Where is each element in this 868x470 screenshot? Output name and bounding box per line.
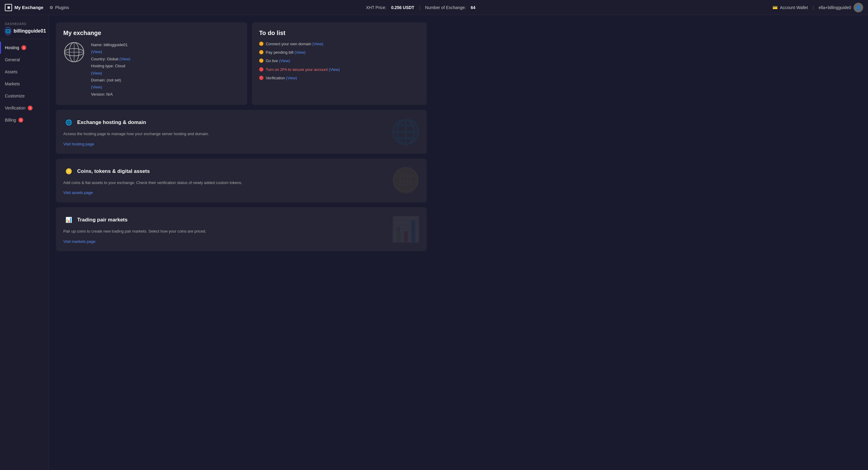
sidebar-username: 🌐 billingguide01 — [5, 27, 44, 35]
billing-label: Billing — [5, 118, 16, 122]
exchange-info: Name: billingguide01 (View) Country: Glo… — [63, 41, 240, 98]
main-content: My exchange Name: — [49, 15, 434, 470]
feature-hosting-header: 🌐 Exchange hosting & domain — [63, 117, 420, 128]
visit-markets-page-link[interactable]: Visit markets page — [63, 239, 96, 244]
todo-item-verification: Verification (View) — [259, 76, 420, 81]
exchange-count-label: Number of Exchange: — [425, 5, 434, 10]
todo-item-domain: Connect your own domain (View) — [259, 41, 420, 47]
sidebar-header: DASHBOARD 🌐 billingguide01 — [0, 18, 49, 39]
todo-view-2fa[interactable]: (View) — [329, 67, 340, 72]
sidebar-globe-icon: 🌐 — [5, 27, 11, 35]
feature-hosting-desc: Access the hosting page to manage how yo… — [63, 131, 420, 137]
markets-label: Markets — [5, 82, 20, 86]
hosting-view-link[interactable]: (View) — [91, 71, 102, 76]
hosting-label-detail: Hosting type: — [91, 64, 114, 68]
feature-assets-icon: 🪙 — [63, 166, 74, 177]
plugins-button[interactable]: ⚙ Plugins — [50, 5, 69, 10]
todo-dot-orange-3 — [259, 59, 264, 63]
name-value: billingguide01 — [104, 42, 128, 47]
hosting-label: Hosting — [5, 45, 19, 50]
feature-card-markets: 📊 📊 Trading pair markets Pair up coins t… — [56, 207, 427, 251]
todo-view-verification[interactable]: (View) — [286, 76, 297, 80]
domain-view-link[interactable]: (View) — [91, 85, 102, 89]
app-logo[interactable]: ▣ My Exchange — [5, 4, 43, 11]
domain-value: (not set) — [107, 78, 121, 82]
exchange-hosting-view-row: (View) — [91, 70, 130, 77]
hosting-badge: 1 — [22, 45, 26, 50]
feature-assets-desc: Add coins & fiat assets to your exchange… — [63, 180, 420, 186]
app-name: My Exchange — [14, 5, 43, 10]
xht-price-value: 0.256 USDT — [391, 5, 414, 10]
topnav-divider-1: | — [419, 5, 421, 10]
sidebar-item-billing[interactable]: Billing 1 — [0, 114, 49, 126]
version-label: Version: — [91, 92, 105, 96]
verification-badge: 1 — [28, 106, 33, 110]
feature-assets-title: Coins, tokens & digital assets — [77, 168, 150, 174]
exchange-hosting-row: Hosting type: Cloud — [91, 62, 130, 69]
country-view-link[interactable]: (View) — [119, 57, 130, 61]
feature-markets-title: Trading pair markets — [77, 217, 127, 223]
xht-price-label: XHT Price: — [366, 5, 386, 10]
feature-assets-header: 🪙 Coins, tokens & digital assets — [63, 166, 420, 177]
feature-markets-icon: 📊 — [63, 214, 74, 225]
sidebar-item-customize[interactable]: Customize — [0, 90, 49, 102]
feature-markets-desc: Pair up coins to create new trading pair… — [63, 228, 420, 234]
sidebar-item-markets[interactable]: Markets — [0, 78, 49, 90]
plugins-label: Plugins — [55, 5, 69, 10]
todo-dot-orange-1 — [259, 41, 264, 46]
todo-dot-red-1 — [259, 67, 264, 71]
plugins-icon: ⚙ — [50, 5, 53, 10]
feature-markets-header: 📊 Trading pair markets — [63, 214, 420, 225]
todo-text-domain: Connect your own domain (View) — [266, 41, 323, 47]
sidebar-item-hosting[interactable]: Hosting 1 — [0, 41, 49, 54]
todo-text-2fa: Turn on 2FA to secure your account (View… — [266, 67, 340, 72]
hosting-value: Cloud — [115, 64, 125, 68]
exchange-details: Name: billingguide01 (View) Country: Glo… — [91, 41, 130, 98]
exchange-version-row: Version: N/A — [91, 91, 130, 98]
todo-dot-orange-2 — [259, 50, 264, 54]
name-label: Name: — [91, 42, 102, 47]
top-navigation: ▣ My Exchange ⚙ Plugins XHT Price: 0.256… — [0, 0, 434, 15]
todo-card: To do list Connect your own domain (View… — [252, 22, 427, 105]
sidebar-item-verification[interactable]: Verification 1 — [0, 102, 49, 114]
sidebar: DASHBOARD 🌐 billingguide01 Hosting 1 Gen… — [0, 15, 49, 470]
assets-label: Assets — [5, 69, 18, 74]
visit-assets-page-link[interactable]: Visit assets page — [63, 190, 93, 195]
todo-text-verification: Verification (View) — [266, 76, 297, 81]
todo-text-live: Go live (View) — [266, 58, 290, 64]
verification-label: Verification — [5, 106, 25, 110]
todo-item-2fa: Turn on 2FA to secure your account (View… — [259, 67, 420, 72]
feature-hosting-icon: 🌐 — [63, 117, 74, 128]
feature-hosting-title: Exchange hosting & domain — [77, 119, 146, 125]
exchange-domain-row: Domain: (not set) — [91, 77, 130, 84]
exchange-view-link[interactable]: (View) — [91, 50, 102, 54]
exchange-country-row: Country: Global (View) — [91, 56, 130, 62]
sidebar-section-label: DASHBOARD — [5, 22, 44, 26]
domain-label: Domain: — [91, 78, 105, 82]
feature-card-hosting: 🌐 🌐 Exchange hosting & domain Access the… — [56, 110, 427, 154]
sidebar-item-general[interactable]: General — [0, 54, 49, 66]
country-label: Country: — [91, 57, 106, 61]
todo-view-bill[interactable]: (View) — [294, 50, 306, 55]
topnav-center: XHT Price: 0.256 USDT | Number of Exchan… — [69, 5, 434, 10]
todo-dot-red-2 — [259, 76, 264, 80]
todo-title: To do list — [259, 30, 420, 36]
visit-hosting-page-link[interactable]: Visit hosting page — [63, 142, 94, 146]
sidebar-item-assets[interactable]: Assets — [0, 66, 49, 78]
customize-label: Customize — [5, 93, 25, 98]
todo-view-domain[interactable]: (View) — [312, 41, 323, 46]
sidebar-nav: Hosting 1 General Assets Markets Customi… — [0, 39, 49, 128]
country-value: Global — [107, 57, 119, 61]
my-exchange-title: My exchange — [63, 30, 240, 36]
logo-box-icon: ▣ — [5, 4, 12, 11]
todo-item-live: Go live (View) — [259, 58, 420, 64]
app-layout: DASHBOARD 🌐 billingguide01 Hosting 1 Gen… — [0, 15, 434, 470]
exchange-domain-view-row: (View) — [91, 84, 130, 90]
feature-card-assets: 🪙 🪙 Coins, tokens & digital assets Add c… — [56, 159, 427, 203]
todo-item-bill: Pay pending bill (View) — [259, 50, 420, 55]
top-row: My exchange Name: — [56, 22, 427, 105]
billing-badge: 1 — [19, 118, 23, 122]
todo-view-live[interactable]: (View) — [279, 59, 290, 63]
my-exchange-card: My exchange Name: — [56, 22, 247, 105]
general-label: General — [5, 57, 20, 62]
